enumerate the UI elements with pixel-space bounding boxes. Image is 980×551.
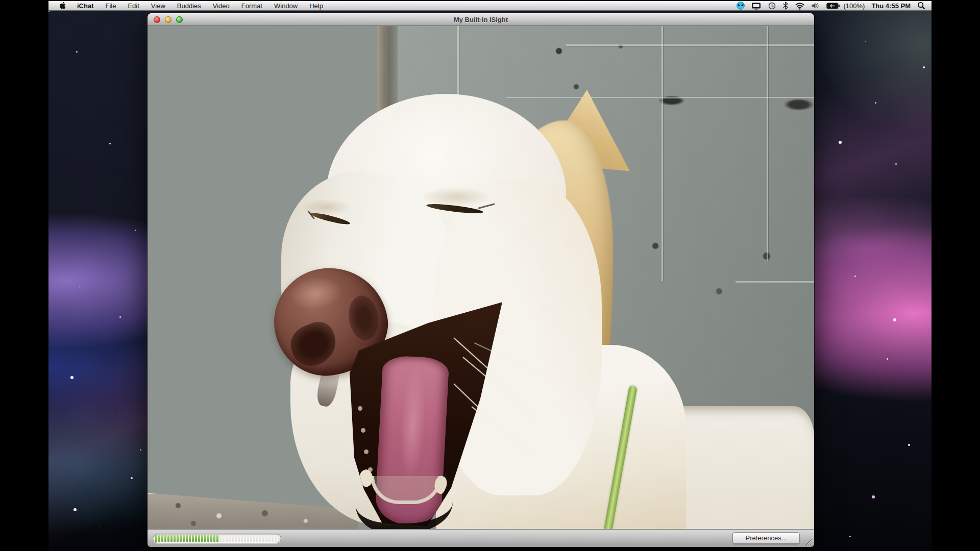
meter-segment	[253, 535, 255, 542]
meter-segment	[174, 535, 176, 542]
meter-segment	[226, 535, 228, 542]
meter-segment	[232, 535, 234, 542]
menu-view[interactable]: View	[151, 2, 165, 10]
menu-help[interactable]: Help	[309, 2, 323, 10]
meter-segment	[158, 535, 160, 542]
meter-segment	[275, 535, 277, 542]
bluetooth-menu-icon[interactable]	[782, 2, 789, 10]
wifi-menu-icon[interactable]	[795, 2, 804, 10]
desktop-screen: iChat File Edit View Buddies Video Forma…	[48, 1, 932, 551]
battery-percent-label: (100%)	[844, 2, 865, 10]
dog-nose-sheen	[288, 275, 343, 312]
menu-video[interactable]: Video	[213, 2, 230, 10]
meter-segment	[213, 535, 215, 542]
meter-segment	[265, 535, 267, 542]
meter-segment	[170, 535, 173, 542]
menu-file[interactable]: File	[106, 2, 116, 10]
meter-segment	[259, 535, 261, 542]
meter-segment	[247, 535, 249, 542]
meter-segment	[241, 535, 243, 542]
meter-segment	[268, 535, 271, 542]
meter-segment	[244, 535, 246, 542]
wall-joint	[767, 26, 768, 261]
meter-segment	[198, 535, 200, 542]
dog-tooth	[364, 449, 369, 454]
menu-edit[interactable]: Edit	[128, 2, 139, 10]
meter-segment	[167, 535, 169, 542]
menu-format[interactable]: Format	[241, 2, 262, 10]
meter-segment	[262, 535, 264, 542]
meter-segment	[238, 535, 240, 542]
window-title-bar[interactable]: My Built-in iSight	[148, 13, 814, 26]
menu-window[interactable]: Window	[274, 2, 298, 10]
meter-segment	[201, 535, 203, 542]
meter-segment	[161, 535, 163, 542]
audio-level-meter	[153, 534, 281, 543]
menu-bar-clock[interactable]: Thu 4:55 PM	[871, 2, 911, 10]
meter-segment	[207, 535, 209, 542]
meter-segment	[235, 535, 237, 542]
apple-menu-icon[interactable]	[59, 2, 66, 10]
meter-segment	[256, 535, 258, 542]
menu-bar-left: iChat File Edit View Buddies Video Forma…	[48, 2, 335, 10]
dog-tooth	[358, 406, 362, 411]
resize-grip[interactable]	[803, 536, 812, 545]
meter-segment	[216, 535, 218, 542]
dog-lower-lip	[356, 488, 453, 529]
meter-segment	[189, 535, 191, 542]
meter-segment	[155, 535, 157, 542]
battery-menu-icon[interactable]	[826, 3, 840, 9]
wall-joint	[736, 281, 814, 283]
dog-nostril-left	[285, 317, 342, 371]
displays-menu-icon[interactable]	[751, 2, 761, 10]
video-preview	[148, 26, 814, 529]
menu-ichat[interactable]: iChat	[77, 2, 94, 10]
dog-nostril-right	[346, 293, 381, 342]
meter-segment	[183, 535, 185, 542]
meter-segment	[164, 535, 166, 542]
wall-joint	[662, 26, 663, 281]
menu-buddies[interactable]: Buddies	[177, 2, 201, 10]
meter-segment	[223, 535, 225, 542]
meter-segment	[210, 535, 212, 542]
meter-segment	[192, 535, 194, 542]
meter-segment	[195, 535, 197, 542]
dog-brow-left	[301, 198, 352, 216]
menu-bar-status: (100%) Thu 4:55 PM	[737, 2, 932, 10]
spotlight-menu-icon[interactable]	[917, 2, 925, 10]
owl-app-menu-icon[interactable]	[737, 2, 745, 10]
window-bottom-bar: Preferences...	[148, 529, 814, 547]
dog-tooth	[361, 428, 365, 433]
meter-segment	[278, 535, 280, 542]
meter-segment	[186, 535, 188, 542]
wall-joint	[566, 44, 814, 46]
meter-segment	[229, 535, 231, 542]
window-title: My Built-in iSight	[148, 13, 814, 26]
starfield-large	[48, 11, 50, 12]
time-machine-menu-icon[interactable]	[768, 2, 776, 10]
meter-segment	[204, 535, 206, 542]
meter-segment	[180, 535, 182, 542]
volume-menu-icon[interactable]	[811, 2, 820, 10]
meter-segment	[219, 535, 222, 542]
meter-segment	[272, 535, 274, 542]
menu-bar: iChat File Edit View Buddies Video Forma…	[48, 1, 932, 11]
preferences-button[interactable]: Preferences...	[732, 532, 800, 544]
wall-joint	[457, 26, 459, 97]
ichat-video-window: My Built-in iSight	[148, 13, 814, 547]
audio-level-segments	[155, 535, 281, 542]
meter-segment	[250, 535, 252, 542]
meter-segment	[177, 535, 179, 542]
